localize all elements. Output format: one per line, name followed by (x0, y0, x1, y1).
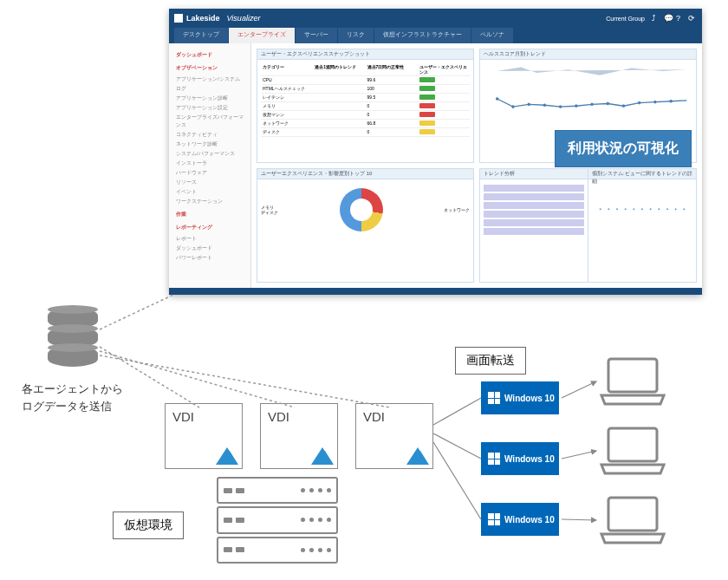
sidebar-item[interactable]: インストーラ (172, 159, 247, 168)
db-label-1: 各エージェントから (22, 381, 123, 397)
callout-visibility: 利用状況の可視化 (555, 130, 692, 167)
svg-point-18 (650, 208, 652, 210)
virtual-env-label: 仮想環境 (113, 512, 184, 539)
dashboard-tabs: デスクトップ エンタープライズ サーバー リスク 仮想インフラストラクチャー ペ… (169, 28, 702, 43)
tab-server[interactable]: サーバー (296, 28, 337, 43)
th: ユーザー・エクスペリエンス (418, 64, 470, 75)
database-icon (48, 308, 98, 370)
status-badge (419, 121, 435, 126)
svg-line-33 (562, 381, 596, 398)
th: 過去1週間のトレンド (313, 64, 365, 75)
svg-point-12 (600, 208, 601, 210)
windows-label: Windows 10 (504, 515, 555, 525)
sidebar-item[interactable]: システム/パフォーマンス (172, 149, 247, 159)
svg-point-13 (608, 208, 609, 210)
sidebar-item[interactable]: ログ (172, 84, 247, 94)
svg-point-0 (496, 98, 498, 101)
dot-chart (592, 183, 692, 244)
svg-point-4 (559, 106, 562, 108)
laptop-icon-1 (598, 355, 667, 407)
screen-transfer-label: 画面転送 (455, 347, 526, 375)
sidebar-item[interactable]: ワークステーション (172, 197, 247, 206)
sidebar-item[interactable]: パワーレポート (172, 253, 247, 263)
sidebar-section-work[interactable]: 作業 (172, 210, 247, 219)
sidebar-item[interactable]: レポート (172, 234, 247, 244)
sidebar-item[interactable]: ネットワーク診断 (172, 140, 247, 149)
refresh-icon[interactable]: ⟳ (688, 14, 697, 23)
sidebar-section-reporting[interactable]: レポーティング (172, 223, 247, 232)
server-rack-icon (217, 477, 338, 564)
share-icon[interactable]: ⤴ (652, 14, 660, 23)
svg-line-34 (562, 451, 596, 459)
svg-point-19 (658, 208, 660, 210)
svg-point-21 (675, 208, 677, 210)
sidebar-item[interactable]: アプリケーション診断 (172, 94, 247, 103)
app-title: Visualizer (227, 14, 607, 23)
dashboard-titlebar: Lakeside Visualizer Current Group ⤴ 💬 ? … (169, 9, 702, 28)
sidebar-item[interactable]: リソース (172, 178, 247, 187)
tab-virtual-infra[interactable]: 仮想インフラストラクチャー (374, 28, 471, 43)
windows-box-3: Windows 10 (481, 503, 559, 536)
lakeside-logo-icon (174, 14, 183, 23)
sidebar-item[interactable]: イベント (172, 187, 247, 197)
current-group-label: Current Group (606, 16, 645, 22)
lakeside-agent-icon (216, 442, 238, 465)
sidebar-item[interactable]: ダッシュボード (172, 244, 247, 253)
sidebar-item[interactable]: エンタープライズパフォーマンス (172, 113, 247, 130)
svg-point-1 (512, 106, 515, 108)
panel-body: カテゴリー 過去1週間のトレンド 過去7日間の正常性 ユーザー・エクスペリエンス… (257, 60, 473, 140)
svg-point-14 (616, 208, 618, 210)
tab-persona[interactable]: ペルソナ (471, 28, 513, 43)
sidebar-section-dashboard[interactable]: ダッシュボード (172, 50, 247, 60)
callout-text: 利用状況の可視化 (568, 140, 679, 155)
svg-line-32 (433, 442, 481, 519)
tab-enterprise[interactable]: エンタープライズ (229, 28, 295, 43)
sidebar: ダッシュボード オブザベーション アプリケーション/システム ログ アプリケーシ… (169, 43, 251, 288)
sidebar-item[interactable]: コネクティビティ (172, 130, 247, 140)
pie-chart (340, 188, 383, 231)
svg-point-9 (638, 101, 640, 104)
vdi-box-3: VDI (355, 403, 433, 469)
panel-header: ユーザーエクスペリエンス・影響度別トップ 10 (257, 169, 473, 179)
windows-label: Windows 10 (504, 454, 555, 464)
status-badge (419, 129, 435, 134)
status-badge (419, 86, 435, 91)
vdi-label: VDI (268, 409, 289, 424)
sidebar-item[interactable]: ハードウェア (172, 168, 247, 178)
sidebar-item[interactable]: アプリケーション設定 (172, 103, 247, 113)
line-chart-svg (484, 63, 692, 134)
tab-desktop[interactable]: デスクトップ (174, 28, 228, 43)
svg-point-10 (654, 101, 657, 103)
chat-icon[interactable]: 💬 (664, 14, 673, 23)
server-unit (217, 537, 338, 564)
panel-ux-snapshot: ユーザー・エクスペリエンススナップショット カテゴリー 過去1週間のトレンド 過… (257, 49, 474, 163)
server-unit (217, 477, 338, 504)
svg-point-11 (670, 100, 673, 102)
header-icons: ⤴ 💬 ? ⟳ (652, 14, 697, 23)
svg-point-6 (591, 103, 594, 106)
db-label-2: ログデータを送信 (22, 399, 112, 414)
svg-line-35 (562, 519, 596, 520)
svg-point-8 (622, 105, 625, 108)
windows-label: Windows 10 (504, 394, 555, 403)
windows-logo-icon (488, 513, 500, 525)
sidebar-item[interactable]: アプリケーション/システム (172, 75, 247, 84)
svg-point-7 (607, 102, 609, 105)
panel-ux-impact: ユーザーエクスペリエンス・影響度別トップ 10 メモリディスク ネットワーク (257, 168, 474, 283)
vdi-label: VDI (363, 409, 385, 424)
svg-point-3 (543, 104, 546, 107)
status-badge (419, 77, 435, 82)
th: カテゴリー (261, 64, 313, 75)
svg-point-17 (641, 208, 643, 210)
help-icon[interactable]: ? (676, 14, 685, 23)
panel-header: 個別システム:ビューに関するトレンドの詳細 (588, 169, 696, 179)
status-badge (419, 112, 435, 117)
windows-box-2: Windows 10 (481, 442, 559, 475)
svg-point-22 (683, 208, 685, 210)
svg-line-26 (100, 295, 173, 329)
tab-risk[interactable]: リスク (338, 28, 374, 43)
sidebar-section-observation[interactable]: オブザベーション (172, 63, 247, 73)
panel-trend-analysis: トレンド分析 個別システム:ビューに関するトレンドの詳細 (479, 168, 697, 283)
svg-rect-25 (608, 498, 657, 531)
windows-logo-icon (488, 392, 500, 404)
